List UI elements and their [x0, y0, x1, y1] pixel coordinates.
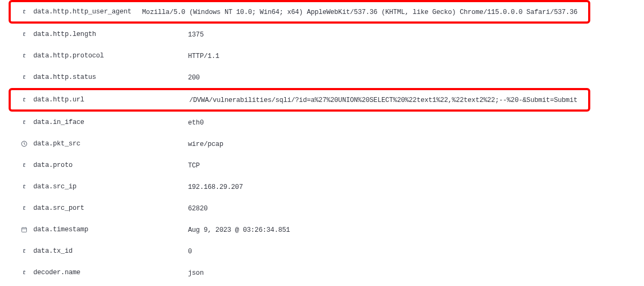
clock-type-icon [20, 140, 28, 148]
text-type-icon: t [20, 247, 28, 255]
field-value-column: 0 [177, 247, 644, 255]
field-name-column: t decoder.name [0, 269, 177, 276]
svg-rect-1 [22, 228, 27, 232]
field-value: 62820 [188, 205, 208, 212]
text-type-icon: t [20, 269, 28, 276]
field-row[interactable]: t decoder.name json [0, 262, 644, 283]
field-value-column: json [177, 268, 644, 277]
field-value-column: 62820 [177, 204, 644, 212]
text-type-icon: t [20, 119, 28, 126]
field-value-column: HTTP/1.1 [177, 52, 644, 60]
field-name: data.timestamp [33, 226, 88, 233]
text-type-icon: t [20, 183, 28, 190]
field-value: eth0 [188, 119, 204, 127]
field-row[interactable]: t data.src_port 62820 [0, 197, 644, 219]
field-name: data.http.length [33, 31, 96, 38]
field-name-column: t data.http.length [0, 31, 177, 38]
field-value-column: Aug 9, 2023 @ 03:26:34.851 [177, 225, 644, 234]
field-value: Mozilla/5.0 (Windows NT 10.0; Win64; x64… [142, 9, 577, 16]
field-value: TCP [188, 162, 200, 170]
field-value: /DVWA/vulnerabilities/sqli/?id=a%27%20UN… [189, 97, 577, 104]
field-name: decoder.name [33, 269, 81, 276]
field-name: data.src_ip [33, 183, 76, 190]
field-row[interactable]: data.timestamp Aug 9, 2023 @ 03:26:34.85… [0, 219, 644, 240]
field-name-column: t data.http.http_user_agent [11, 8, 132, 16]
field-value: Aug 9, 2023 @ 03:26:34.851 [188, 226, 290, 234]
field-name-column: t data.tx_id [0, 247, 177, 255]
text-type-icon: t [20, 8, 28, 16]
field-value: 0 [188, 248, 192, 255]
field-value-column: /DVWA/vulnerabilities/sqli/?id=a%27%20UN… [178, 96, 588, 104]
field-row[interactable]: t data.http.http_user_agent Mozilla/5.0 … [9, 0, 590, 24]
field-name: data.in_iface [33, 119, 84, 126]
field-value-column: Mozilla/5.0 (Windows NT 10.0; Win64; x64… [132, 8, 588, 16]
field-value: wire/pcap [188, 141, 223, 148]
field-value-column: eth0 [177, 118, 644, 127]
field-name: data.http.protocol [33, 52, 104, 60]
text-type-icon: t [20, 162, 28, 169]
field-value-column: 192.168.29.207 [177, 182, 644, 191]
field-value-column: 1375 [177, 30, 644, 39]
field-row[interactable]: t data.http.status 200 [0, 67, 644, 88]
field-name: data.pkt_src [33, 140, 81, 148]
field-value: 1375 [188, 31, 204, 39]
text-type-icon: t [20, 31, 28, 38]
field-row[interactable]: t data.in_iface eth0 [0, 112, 644, 133]
field-value-column: 200 [177, 73, 644, 82]
calendar-type-icon [20, 226, 28, 233]
text-type-icon: t [20, 204, 28, 212]
field-name-column: data.pkt_src [0, 140, 177, 148]
field-value: 192.168.29.207 [188, 184, 243, 191]
field-row[interactable]: t data.http.length 1375 [0, 24, 644, 45]
field-value: json [188, 269, 204, 277]
field-name: data.http.status [33, 74, 96, 81]
field-value: HTTP/1.1 [188, 53, 219, 60]
field-row[interactable]: t data.proto TCP [0, 155, 644, 176]
field-name: data.tx_id [33, 247, 73, 255]
field-name-column: data.timestamp [0, 226, 177, 233]
field-value: 200 [188, 74, 200, 82]
field-name-column: t data.http.protocol [0, 52, 177, 60]
field-name: data.src_port [33, 204, 84, 212]
field-row[interactable]: data.pkt_src wire/pcap [0, 133, 644, 155]
field-value-column: wire/pcap [177, 140, 644, 148]
field-value-column: TCP [177, 161, 644, 170]
field-name: data.http.url [33, 96, 84, 104]
field-row[interactable]: t data.tx_id 0 [0, 240, 644, 262]
field-name: data.http.http_user_agent [33, 8, 132, 16]
field-name: data.proto [33, 162, 73, 169]
text-type-icon: t [20, 96, 28, 104]
field-name-column: t data.src_ip [0, 183, 177, 190]
field-name-column: t data.proto [0, 162, 177, 169]
field-row[interactable]: t data.http.protocol HTTP/1.1 [0, 45, 644, 67]
text-type-icon: t [20, 74, 28, 81]
field-name-column: t data.http.status [0, 74, 177, 81]
field-row[interactable]: t data.src_ip 192.168.29.207 [0, 176, 644, 197]
text-type-icon: t [20, 52, 28, 60]
field-name-column: t data.in_iface [0, 119, 177, 126]
field-name-column: t data.src_port [0, 204, 177, 212]
field-name-column: t data.http.url [11, 96, 178, 104]
field-row[interactable]: t data.http.url /DVWA/vulnerabilities/sq… [9, 88, 590, 112]
